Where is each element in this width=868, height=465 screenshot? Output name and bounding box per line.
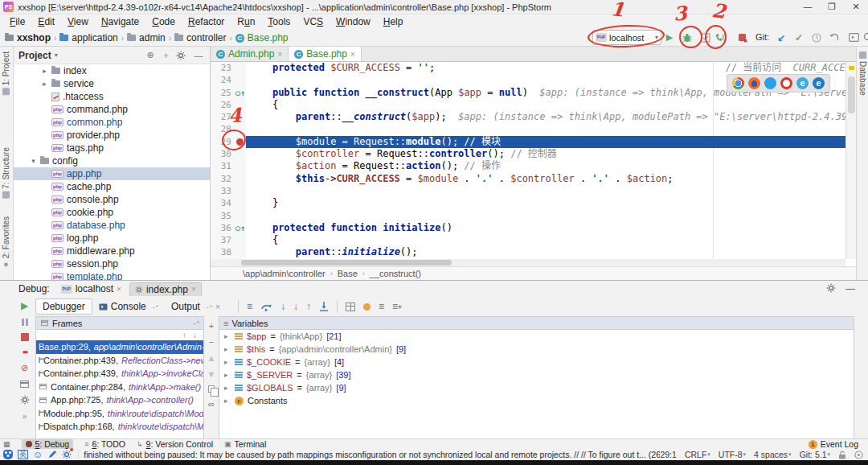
run-button[interactable]: ▶: [662, 30, 677, 45]
chevron-down-icon[interactable]: ▾: [55, 51, 58, 59]
frame-row[interactable]: Container.php:439, ReflectionClass->newI…: [36, 354, 203, 368]
hide-panel-button[interactable]: —: [845, 283, 855, 294]
force-step-into-icon[interactable]: ↓: [293, 301, 298, 312]
menu-vcs[interactable]: VCS: [297, 16, 330, 27]
view-tab-output[interactable]: Output→*×: [165, 299, 227, 314]
ie-icon[interactable]: e: [796, 77, 809, 89]
menu-navigate[interactable]: Navigate: [95, 16, 145, 27]
menu-run[interactable]: Run: [231, 16, 261, 27]
frame-row[interactable]: Dispatch.php:168, think\route\dispatch\M…: [36, 420, 203, 434]
view-breakpoints-button[interactable]: ●●: [23, 348, 27, 356]
code-line-31[interactable]: 31 $action = Request::action(); // 操作: [211, 160, 845, 172]
edge-icon[interactable]: e: [813, 77, 825, 89]
tool-window-structure[interactable]: 7: Structure: [2, 147, 10, 199]
duplicate-watch-icon[interactable]: [208, 385, 215, 393]
project-file-provider.php[interactable]: phpprovider.php: [14, 129, 210, 142]
view-tab-console[interactable]: Console→*: [92, 299, 165, 314]
project-file-command.php[interactable]: phpcommand.php: [14, 103, 210, 116]
opera-icon[interactable]: [780, 77, 792, 89]
tree-chevron-icon[interactable]: ▸: [41, 80, 48, 88]
ime-settings-icon[interactable]: [62, 450, 72, 459]
editor-breadcrumb-item[interactable]: __construct(): [370, 269, 421, 278]
override-marker-icon[interactable]: ○↑: [235, 222, 245, 234]
close-icon[interactable]: ×: [117, 285, 121, 294]
tree-chevron-icon[interactable]: ▸: [41, 67, 48, 75]
frame-row[interactable]: App.php:725, think\App->controller(): [36, 393, 203, 407]
inline-values-icon[interactable]: [363, 303, 371, 311]
collapse-all-button[interactable]: ÷: [162, 49, 171, 62]
project-file-template.php[interactable]: phptemplate.php: [14, 270, 210, 280]
run-configuration-select[interactable]: PHP localhost ▾: [592, 30, 661, 45]
expand-chevron-icon[interactable]: ▸: [224, 358, 231, 366]
code-line-29[interactable]: 29 $module = Request::module(); // 模块: [211, 136, 845, 148]
firefox-icon[interactable]: [748, 77, 760, 89]
override-marker-icon[interactable]: ○↑: [235, 87, 245, 99]
code-line-23[interactable]: 23 protected $CURR_ACCESS = ''; // 当前访问 …: [211, 62, 845, 74]
caret-position[interactable]: 29:1: [660, 450, 676, 459]
debug-tab-index.php[interactable]: index.php×: [129, 282, 202, 296]
expand-chevron-icon[interactable]: ▸: [224, 397, 231, 405]
step-out-icon[interactable]: ↑: [306, 301, 311, 312]
rollback-button[interactable]: [826, 30, 841, 45]
gear-icon[interactable]: [826, 283, 836, 293]
chrome-icon[interactable]: [732, 77, 744, 89]
resume-button[interactable]: ▶: [21, 300, 28, 311]
project-file-index[interactable]: ▸index: [14, 64, 210, 77]
code-line-33[interactable]: 33: [211, 185, 845, 197]
move-watch-down-button[interactable]: ▼: [207, 369, 216, 379]
project-file-middleware.php[interactable]: phpmiddleware.php: [14, 245, 210, 257]
minimize-button[interactable]: —: [796, 2, 820, 12]
breadcrumb-item-admin[interactable]: admin: [127, 32, 166, 43]
git-branch-select[interactable]: Git: 5.1▾: [800, 450, 830, 459]
editor-breadcrumb-item[interactable]: \app\admin\controller: [243, 269, 326, 278]
code-line-28[interactable]: 28: [211, 123, 845, 135]
variable-row-_SERVER[interactable]: ▸$_SERVER = {array} [39]: [219, 368, 854, 381]
menu-file[interactable]: File: [3, 16, 31, 27]
editor-tab-Admin.php[interactable]: CAdmin.php×: [211, 47, 289, 61]
close-icon[interactable]: ×: [350, 50, 355, 59]
breadcrumb-item-application[interactable]: application: [59, 32, 117, 43]
code-line-27[interactable]: 27 parent::__construct($app); $app: (ins…: [211, 111, 845, 123]
history-button[interactable]: [809, 30, 824, 45]
remove-watch-button[interactable]: −: [209, 337, 214, 347]
pause-button[interactable]: [22, 319, 28, 326]
coverage-button[interactable]: [698, 30, 713, 45]
close-icon[interactable]: ×: [191, 285, 196, 294]
project-file-app.php[interactable]: phpapp.php: [14, 167, 210, 180]
menu-window[interactable]: Window: [330, 16, 377, 27]
debug-tab-localhost[interactable]: PHPlocalhost×: [56, 282, 126, 296]
editor-breadcrumb-item[interactable]: Base: [338, 269, 358, 278]
code-line-38[interactable]: 38 parent::initialize();: [211, 246, 845, 258]
toolwindow-terminal[interactable]: ▣Terminal: [224, 439, 266, 449]
code-line-32[interactable]: 32 $this->CURR_ACCESS = $module . '.' . …: [211, 173, 845, 185]
expand-chevron-icon[interactable]: ▸: [224, 345, 231, 353]
code-line-37[interactable]: 37 {: [211, 234, 845, 246]
project-file-service[interactable]: ▸service: [14, 77, 210, 90]
debug-button[interactable]: [680, 30, 694, 45]
move-watch-up-button[interactable]: ▲: [207, 353, 216, 363]
variable-row-app[interactable]: ▸$app = {think\App} [21]: [219, 330, 854, 343]
tool-window-database[interactable]: Database: [858, 51, 867, 96]
scrollbar-thumb[interactable]: [241, 260, 452, 265]
editor-vertical-scrollbar[interactable]: [845, 62, 856, 259]
maximize-button[interactable]: ❐: [820, 2, 844, 12]
view-tab-debugger[interactable]: Debugger: [35, 298, 92, 315]
inspections-icon[interactable]: [854, 451, 863, 459]
menu-refactor[interactable]: Refactor: [182, 16, 231, 27]
threads-list-icon[interactable]: ≡: [379, 301, 384, 312]
profiler-button[interactable]: [735, 30, 750, 45]
code-line-26[interactable]: 26 {: [211, 99, 845, 111]
code-line-35[interactable]: 35: [211, 210, 845, 222]
project-file-cache.php[interactable]: phpcache.php: [14, 180, 210, 193]
previous-frame-button[interactable]: ↑: [182, 331, 186, 339]
toolwindow-debug[interactable]: 5: Debug: [22, 439, 74, 449]
project-file-tags.php[interactable]: phptags.php: [14, 142, 210, 154]
show-execution-point-button[interactable]: ≡: [247, 301, 252, 312]
status-message[interactable]: finished without being paused: It may be…: [78, 450, 660, 459]
safari-icon[interactable]: [764, 77, 776, 89]
tree-chevron-icon[interactable]: ▾: [30, 157, 37, 165]
close-icon[interactable]: ×: [215, 302, 220, 311]
step-over-icon[interactable]: [260, 302, 272, 311]
run-to-cursor-icon[interactable]: [319, 302, 329, 311]
project-file-console.php[interactable]: phpconsole.php: [14, 193, 210, 206]
